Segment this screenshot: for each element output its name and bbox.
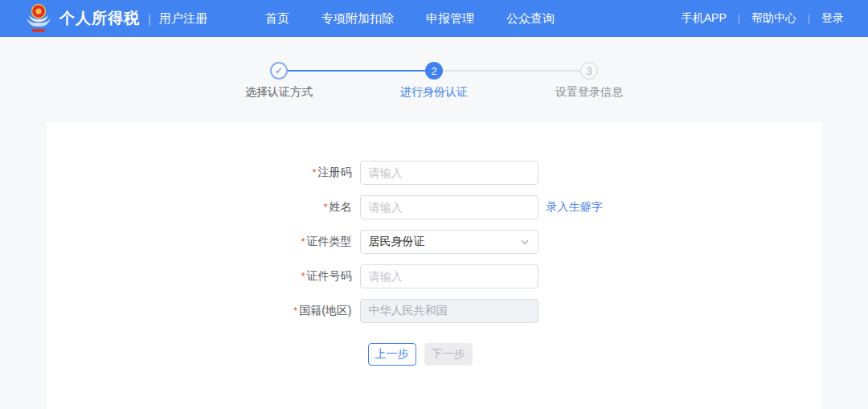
step-number: 2 [425,62,443,80]
required-mark: * [293,305,297,317]
id-type-selected-value: 居民身份证 [369,235,425,249]
step-choose-auth-method: ✓ 选择认证方式 [270,62,288,80]
required-mark: * [312,166,316,178]
registration-stepper: ✓ 选择认证方式 2 进行身份认证 3 设置登录信息 [0,37,868,122]
nav-item-public-query[interactable]: 公众查询 [506,11,555,27]
field-label: *证件号码 [47,269,352,284]
field-label: *姓名 [47,200,352,215]
page-subtitle: 用户注册 [159,11,207,27]
nationality-input-disabled: 中华人民共和国 [360,299,538,323]
rare-character-entry-link[interactable]: 录入生僻字 [547,200,603,215]
step-connector-todo [443,70,580,72]
required-mark: * [301,235,305,247]
step-label: 设置登录信息 [555,85,623,100]
step-done-check-icon: ✓ [270,62,288,80]
title-divider: | [148,12,151,26]
required-mark: * [301,270,305,282]
login-link[interactable]: 登录 [821,11,844,26]
nav-item-home[interactable]: 首页 [265,11,289,27]
step-label: 选择认证方式 [245,85,313,100]
form-row-id-type: *证件类型 居民身份证 [47,230,822,254]
step-connector-done [288,70,425,72]
nav-item-declaration[interactable]: 申报管理 [426,11,474,27]
step-identity-verification: 2 进行身份认证 [425,62,443,80]
field-label: *证件类型 [47,235,352,249]
step-set-login-info: 3 设置登录信息 [580,62,598,80]
help-center-link[interactable]: 帮助中心 [751,11,796,26]
nav-item-special-deduction[interactable]: 专项附加扣除 [321,11,394,27]
form-row-nationality: *国籍(地区) 中华人民共和国 [47,299,822,323]
separator: | [808,13,810,24]
header-right-links: 手机APP | 帮助中心 | 登录 [682,11,844,26]
step-number: 3 [580,62,598,80]
chevron-down-icon [520,237,530,247]
form-actions: 上一步 下一步 [368,343,822,366]
mobile-app-link[interactable]: 手机APP [682,11,727,26]
main-nav: 首页 专项附加扣除 申报管理 公众查询 [265,11,555,27]
form-row-registration-code: *注册码 [47,161,822,185]
form-row-name: *姓名 录入生僻字 [47,195,822,219]
previous-step-button[interactable]: 上一步 [368,343,416,366]
separator: | [738,13,740,24]
step-label: 进行身份认证 [400,85,468,100]
id-number-input[interactable] [360,264,538,288]
required-mark: * [323,201,327,213]
identity-form: *注册码 *姓名 录入生僻字 *证件类型 居民身份证 *证件号码 *国籍(地区) [47,122,822,366]
app-title: 个人所得税 [59,8,140,29]
field-label: *注册码 [47,166,352,180]
tax-bureau-logo-icon [24,2,53,35]
form-row-id-number: *证件号码 [47,264,822,288]
next-step-button[interactable]: 下一步 [424,343,473,366]
top-navbar: 个人所得税 | 用户注册 首页 专项附加扣除 申报管理 公众查询 手机APP |… [0,0,868,37]
id-type-select[interactable]: 居民身份证 [360,230,538,254]
name-input[interactable] [360,195,538,219]
registration-code-input[interactable] [360,161,538,185]
form-card: *注册码 *姓名 录入生僻字 *证件类型 居民身份证 *证件号码 *国籍(地区) [47,122,822,409]
field-label: *国籍(地区) [47,304,352,318]
